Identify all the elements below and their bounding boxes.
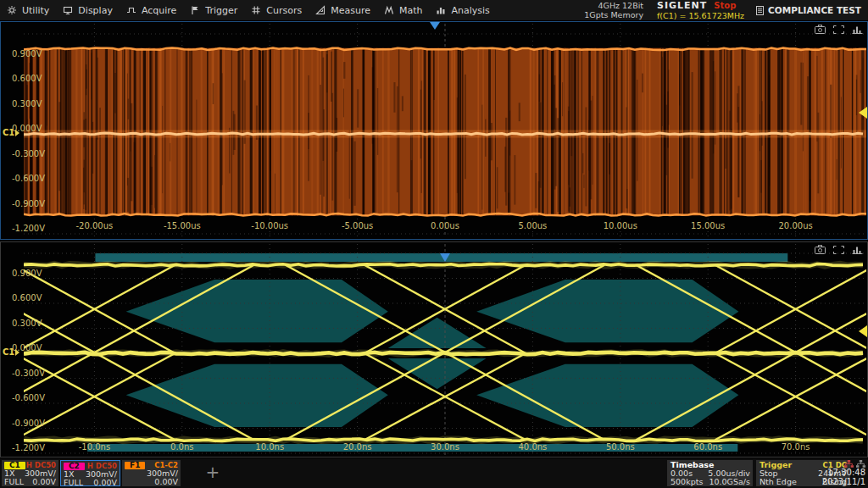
- y-tick-label: -1.200V: [12, 224, 45, 233]
- channel-offset-label: C1: [3, 128, 14, 137]
- menu-item-label: Acquire: [142, 5, 176, 16]
- y-tick-label: -0.900V: [12, 419, 45, 428]
- x-tick-label: 20.00us: [779, 221, 813, 230]
- y-tick-label: -0.600V: [12, 393, 45, 402]
- x-tick-label: -5.00us: [342, 221, 373, 230]
- trigger-position-marker: [430, 22, 440, 30]
- x-tick-label: 20.0ns: [343, 442, 372, 452]
- gear-icon: [7, 5, 17, 15]
- x-tick-label: 50.0ns: [606, 442, 635, 452]
- graticule: [24, 244, 866, 455]
- bandwidth-readout: 4GHz 12Bit: [584, 1, 643, 10]
- trigger-flag-icon: [190, 5, 200, 15]
- channel-offset-label: C1: [3, 347, 14, 357]
- eye-diagram-plot[interactable]: 0.900V0.600V0.300V0.000V-0.300V-0.600V-0…: [1, 242, 867, 457]
- y-tick-label: 0.300V: [12, 99, 42, 108]
- expand-icon[interactable]: [833, 246, 844, 254]
- y-tick-label: -0.600V: [12, 174, 45, 183]
- x-tick-label: 10.0ns: [255, 442, 284, 452]
- y-tick-label: -1.200V: [12, 443, 45, 452]
- expand-icon[interactable]: [833, 25, 844, 34]
- x-tick-label: 60.0ns: [693, 442, 722, 452]
- analysis-icon: [436, 5, 446, 15]
- channel-box-c2[interactable]: C2H DC50 1X300mV/ FULL0.00V: [60, 460, 120, 486]
- trigger-frequency-readout: f(C1) = 15.61723MHz: [657, 11, 744, 20]
- y-tick-label: -0.300V: [12, 369, 45, 378]
- offset-readout: 0.00V: [154, 478, 178, 486]
- channel-offset-marker-c1[interactable]: C1: [3, 347, 19, 357]
- acquisition-info: 4GHz 12Bit 1Gpts Memory: [584, 1, 643, 19]
- eye-diagram-panel[interactable]: 0.900V0.600V0.300V0.000V-0.300V-0.600V-0…: [0, 241, 868, 458]
- x-tick-label: 10.00us: [604, 221, 637, 230]
- x-tick-label: 0.00us: [431, 221, 459, 230]
- trigger-type: Nth Edge: [760, 478, 813, 486]
- menu-item-utility[interactable]: Utility: [7, 5, 49, 16]
- clock-block: 17:30:48 2023/11/1: [818, 460, 865, 486]
- menu-item-trigger[interactable]: Trigger: [190, 5, 237, 16]
- c1-waveform: [24, 48, 866, 216]
- y-tick-label: 0.600V: [12, 74, 42, 83]
- timebase-box[interactable]: Timebase 0.00s5.00us/div 500kpts10.0GSa/…: [667, 460, 753, 486]
- menu-item-measure[interactable]: Measure: [315, 5, 370, 16]
- trigger-level-marker[interactable]: [859, 107, 867, 119]
- brand-block: SIGLENT Stop f(C1) = 15.61723MHz: [657, 0, 744, 20]
- x-tick-label: 70.0ns: [782, 442, 810, 452]
- timebase-points: 500kpts: [670, 478, 703, 486]
- cursors-icon: [251, 5, 261, 15]
- menu-item-cursors[interactable]: Cursors: [251, 5, 302, 16]
- menu-item-analysis[interactable]: Analysis: [436, 5, 489, 16]
- compliance-test-button[interactable]: COMPLIANCE TEST: [756, 5, 861, 15]
- offset-readout: 0.00V: [32, 478, 56, 486]
- y-tick-label: 0.900V: [12, 49, 42, 58]
- trigger-level-marker[interactable]: [859, 325, 867, 337]
- document-icon: [756, 6, 764, 15]
- menu-item-label: Display: [78, 5, 113, 16]
- x-tick-label: -15.00us: [164, 221, 201, 230]
- menu-item-math[interactable]: Math: [384, 5, 423, 16]
- menu-item-acquire[interactable]: Acquire: [126, 5, 176, 16]
- offset-readout: 0.00V: [93, 479, 117, 487]
- clock-date: 2023/11/1: [818, 477, 865, 486]
- y-tick-label: 0.900V: [12, 269, 42, 278]
- menu-item-label: Trigger: [205, 5, 237, 16]
- channel-box-f1[interactable]: F1C1-C2 300mV/ 0.00V: [122, 460, 181, 486]
- add-trace-button[interactable]: +: [202, 463, 224, 481]
- bandwidth-limit-readout: FULL: [4, 478, 24, 486]
- menu-item-label: Math: [399, 5, 423, 16]
- menu-item-label: Measure: [331, 5, 370, 16]
- status-bar: C1H DC50 1X300mV/ FULL0.00V C2H DC50 1X3…: [0, 458, 868, 488]
- mode-label: COMPLIANCE TEST: [768, 5, 861, 15]
- channel-offset-marker-c1[interactable]: C1: [3, 128, 19, 137]
- sample-rate: 10.0GSa/s: [708, 478, 750, 486]
- device-icon[interactable]: [856, 460, 865, 468]
- x-tick-label: 5.00us: [518, 221, 547, 230]
- camera-icon[interactable]: [815, 245, 826, 254]
- camera-icon[interactable]: [815, 25, 826, 34]
- oscilloscope-app: Utility Display Acquire Trigger Cursors …: [0, 0, 868, 488]
- acquisition-waveform-plot[interactable]: 0.900V0.600V0.300V0.000V-0.300V-0.600V-0…: [1, 22, 867, 239]
- menu-bar: Utility Display Acquire Trigger Cursors …: [0, 0, 868, 20]
- measure-icon: [315, 5, 326, 15]
- acquisition-status[interactable]: Stop: [714, 1, 736, 10]
- menu-item-display[interactable]: Display: [63, 5, 113, 16]
- bandwidth-limit-readout: FULL: [64, 479, 83, 487]
- clock-time: 17:30:48: [818, 468, 865, 477]
- acquisition-panel[interactable]: 0.900V0.600V0.300V0.000V-0.300V-0.600V-0…: [0, 21, 868, 240]
- menu-item-label: Utility: [22, 5, 49, 16]
- histogram-icon[interactable]: [852, 246, 863, 254]
- menu-item-label: Analysis: [451, 5, 489, 16]
- x-tick-label: 40.0ns: [518, 442, 547, 452]
- x-tick-label: -10.0ns: [79, 442, 110, 452]
- menu-item-label: Cursors: [266, 5, 302, 16]
- channel-box-c1[interactable]: C1H DC50 1X300mV/ FULL0.00V: [2, 460, 58, 486]
- brand-logo: SIGLENT: [657, 0, 707, 11]
- channel-badge-f1: F1: [125, 462, 145, 469]
- right-arrow-icon: [15, 130, 19, 136]
- eye-traces: [1, 263, 867, 441]
- acquire-icon: [126, 5, 136, 15]
- histogram-icon[interactable]: [852, 25, 863, 34]
- display-icon: [63, 5, 73, 15]
- lan-icon[interactable]: [844, 460, 854, 468]
- y-tick-label: -0.900V: [12, 199, 45, 208]
- math-icon: [384, 5, 394, 15]
